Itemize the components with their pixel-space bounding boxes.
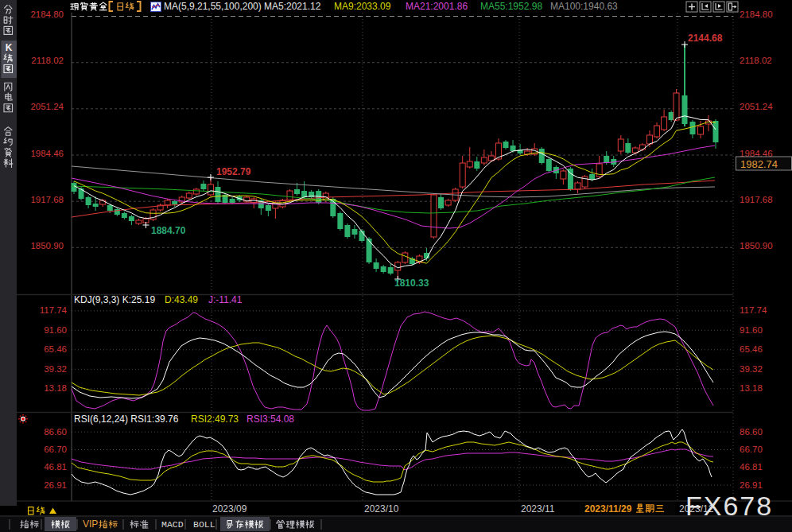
svg-text:1917.68: 1917.68 — [740, 195, 773, 204]
svg-text:117.74: 117.74 — [40, 305, 68, 315]
svg-text:BOLL: BOLL — [193, 519, 215, 530]
svg-text:RSI3:54.08: RSI3:54.08 — [247, 414, 294, 425]
svg-text:2118.02: 2118.02 — [740, 56, 772, 65]
svg-text:91.60: 91.60 — [740, 325, 763, 335]
svg-text:RSI2:49.73: RSI2:49.73 — [191, 414, 239, 425]
svg-text:J:-11.41: J:-11.41 — [208, 294, 243, 305]
svg-text:1850.90: 1850.90 — [30, 241, 64, 250]
svg-text:MA55:1952.98: MA55:1952.98 — [480, 1, 542, 12]
svg-text:2023/09: 2023/09 — [212, 503, 247, 515]
svg-text:MA9:2033.09: MA9:2033.09 — [334, 1, 391, 12]
svg-text:86.60: 86.60 — [740, 427, 763, 437]
svg-text:13.18: 13.18 — [740, 383, 763, 393]
svg-text:39.32: 39.32 — [44, 364, 67, 374]
svg-text:RSI(6,12,24) RSI1:39.76: RSI(6,12,24) RSI1:39.76 — [74, 414, 179, 425]
svg-text:2118.02: 2118.02 — [31, 56, 64, 65]
svg-text:65.46: 65.46 — [44, 344, 67, 354]
svg-text:1810.33: 1810.33 — [394, 278, 429, 289]
svg-text:2023/11: 2023/11 — [521, 503, 555, 515]
svg-text:65.46: 65.46 — [740, 344, 763, 354]
svg-text:FX678: FX678 — [685, 491, 773, 521]
svg-text:2144.68: 2144.68 — [688, 33, 723, 44]
svg-text:MA21:2001.86: MA21:2001.86 — [406, 1, 468, 12]
svg-text:91.60: 91.60 — [44, 325, 67, 335]
svg-text:39.32: 39.32 — [740, 364, 763, 374]
svg-text:1952.79: 1952.79 — [216, 166, 251, 177]
svg-text:KDJ(9,3,3) K:25.19: KDJ(9,3,3) K:25.19 — [74, 294, 155, 305]
svg-text:2184.80: 2184.80 — [30, 10, 64, 19]
svg-text:66.70: 66.70 — [44, 445, 67, 454]
svg-text:MA5:2021.12: MA5:2021.12 — [264, 1, 321, 12]
svg-text:D:43.49: D:43.49 — [165, 294, 198, 305]
svg-text:26.91: 26.91 — [740, 480, 763, 490]
svg-text:2023/11/29: 2023/11/29 — [584, 503, 632, 515]
svg-text:1884.70: 1884.70 — [151, 225, 186, 236]
svg-text:2051.24: 2051.24 — [740, 102, 773, 111]
svg-text:117.74: 117.74 — [740, 305, 767, 315]
svg-text:26.91: 26.91 — [44, 480, 67, 490]
svg-text:MA100:1940.63: MA100:1940.63 — [550, 1, 618, 12]
svg-text:1917.68: 1917.68 — [30, 195, 64, 204]
svg-text:86.60: 86.60 — [44, 427, 67, 437]
svg-text:2184.80: 2184.80 — [740, 10, 773, 19]
svg-text:46.81: 46.81 — [740, 462, 763, 472]
svg-text:1982.74: 1982.74 — [740, 158, 778, 170]
svg-text:MA(5,9,21,55,100,200): MA(5,9,21,55,100,200) — [164, 1, 262, 12]
svg-text:K: K — [6, 42, 13, 53]
svg-text:46.81: 46.81 — [44, 462, 67, 472]
svg-text:MACD: MACD — [161, 519, 184, 530]
svg-text:1850.90: 1850.90 — [740, 241, 773, 250]
svg-text:13.18: 13.18 — [44, 383, 67, 393]
svg-text:2023/10: 2023/10 — [364, 503, 399, 515]
svg-text:VIP: VIP — [83, 518, 98, 530]
svg-text:2051.24: 2051.24 — [30, 102, 64, 111]
svg-text:1984.46: 1984.46 — [30, 149, 64, 158]
svg-text:66.70: 66.70 — [740, 445, 763, 454]
